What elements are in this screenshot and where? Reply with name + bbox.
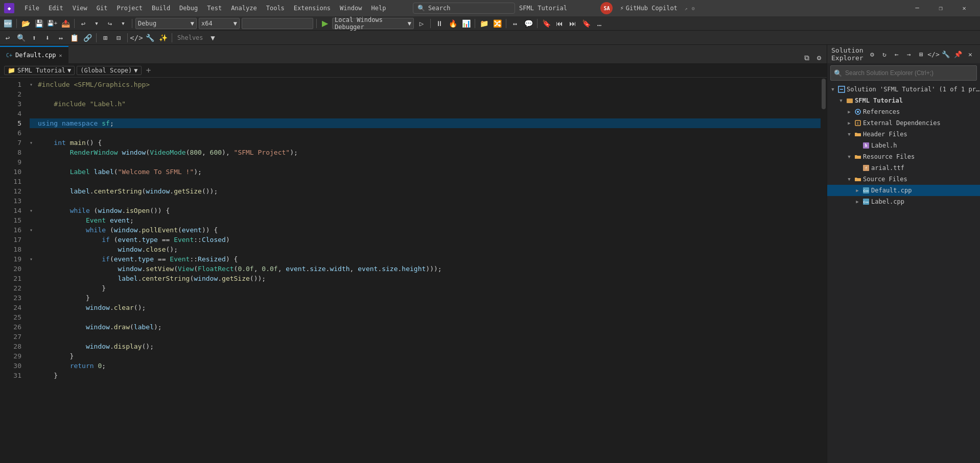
user-avatar[interactable]: SA <box>600 2 613 14</box>
code-line[interactable] <box>30 128 821 138</box>
open-btn[interactable]: 📂 <box>20 18 31 29</box>
bookmark-nav1[interactable]: ⏮ <box>554 18 565 29</box>
code-line[interactable]: } <box>30 371 821 380</box>
search-box[interactable]: 🔍 Search <box>413 3 515 14</box>
tree-item-default-cpp[interactable]: ▶C++Default.cpp <box>827 185 980 196</box>
code-line[interactable]: window.setView(View(FloatRect(0.0f, 0.0f… <box>30 264 821 274</box>
menu-tools[interactable]: Tools <box>262 3 289 14</box>
code-line[interactable] <box>30 177 821 186</box>
editor-settings-btn[interactable]: ⚙ <box>813 52 825 63</box>
solution-explorer-search-input[interactable] <box>845 69 973 77</box>
code-line[interactable]: ▾ int main() { <box>30 138 821 148</box>
tree-arrow-icon[interactable]: ▼ <box>837 98 845 103</box>
undo-btn[interactable]: ↩ <box>78 18 89 29</box>
code-line[interactable]: window.close(); <box>30 245 821 254</box>
tree-arrow-icon[interactable]: ▼ <box>846 177 853 182</box>
se-wrench-btn[interactable]: 🔧 <box>940 48 951 60</box>
github-copilot-button[interactable]: ⚡ GitHub Copilot <box>617 4 680 13</box>
menu-edit[interactable]: Edit <box>44 3 67 14</box>
run-without-debug-btn[interactable]: ▷ <box>416 18 427 29</box>
redo-dropdown-btn[interactable]: ▼ <box>118 18 129 29</box>
tree-arrow-icon[interactable]: ▶ <box>846 109 853 114</box>
se-back-btn[interactable]: ← <box>891 48 902 60</box>
bookmark-nav2[interactable]: ⏭ <box>567 18 578 29</box>
collapse-arrow-icon[interactable]: ▾ <box>30 206 38 215</box>
se-forward-btn[interactable]: → <box>903 48 915 60</box>
undo-dropdown-btn[interactable]: ▼ <box>91 18 102 29</box>
save-all-btn[interactable]: 💾+ <box>46 18 58 29</box>
tb2-snippet-btn[interactable]: ✨ <box>157 32 169 43</box>
se-properties-btn[interactable]: ⚙ <box>867 48 878 60</box>
tree-item-label-cpp[interactable]: ▶C++Label.cpp <box>827 196 980 207</box>
breadcrumb-scope-dropdown[interactable]: (Global Scope) ▼ <box>77 66 141 75</box>
save-btn[interactable]: 💾 <box>33 18 44 29</box>
tb2-btn2[interactable]: 🔍 <box>15 32 27 43</box>
indent-btn[interactable]: ↔ <box>509 18 521 29</box>
startup-item-dropdown[interactable] <box>242 18 313 29</box>
code-line[interactable]: } <box>30 283 821 293</box>
tree-item-label-h[interactable]: hLabel.h <box>827 140 980 151</box>
tb2-btn3[interactable]: ⬆ <box>29 32 40 43</box>
code-line[interactable]: ▾#include <SFML/Graphics.hpp> <box>30 80 821 89</box>
code-line[interactable]: window.draw(label); <box>30 322 821 332</box>
se-filter-btn[interactable]: ⊞ <box>916 48 927 60</box>
code-line[interactable]: #include "Label.h" <box>30 99 821 109</box>
menu-test[interactable]: Test <box>203 3 226 14</box>
minimize-button[interactable]: ─ <box>905 0 929 16</box>
redo-btn[interactable]: ↪ <box>104 18 115 29</box>
tree-item-resource-files[interactable]: ▼Resource Files <box>827 151 980 162</box>
se-pin-btn[interactable]: 📌 <box>952 48 964 60</box>
code-line[interactable] <box>30 196 821 206</box>
copilot-settings-icon[interactable]: ⚙ <box>692 6 695 11</box>
tree-item-references[interactable]: ▶References <box>827 106 980 117</box>
scrollbar-vertical[interactable] <box>821 78 827 463</box>
shelves-label[interactable]: Shelves <box>175 34 205 41</box>
code-line[interactable]: ▾ while (window.isOpen()) { <box>30 206 821 215</box>
bookmark-btn[interactable]: 🔖 <box>541 18 552 29</box>
code-line[interactable]: } <box>30 351 821 361</box>
publish-btn[interactable]: 📤 <box>60 18 71 29</box>
debugger-dropdown[interactable]: Local Windows Debugger ▼ <box>332 18 414 29</box>
code-line[interactable]: Event event; <box>30 215 821 225</box>
tree-arrow-icon[interactable]: ▼ <box>829 87 836 92</box>
debug-config-dropdown[interactable]: Debug ▼ <box>135 18 197 29</box>
menu-window[interactable]: Window <box>336 3 366 14</box>
attach-btn[interactable]: ⏸ <box>434 18 445 29</box>
code-line[interactable]: Label label("Welcome To SFML !"); <box>30 167 821 177</box>
tb2-btn5[interactable]: ↔ <box>55 32 66 43</box>
tb2-btn7[interactable]: 🔗 <box>82 32 93 43</box>
code-line[interactable]: window.clear(); <box>30 303 821 312</box>
restore-button[interactable]: ❐ <box>929 0 952 16</box>
collapse-arrow-icon[interactable]: ▾ <box>30 80 38 89</box>
se-collapse-btn[interactable]: ✕ <box>965 48 976 60</box>
bookmark-more[interactable]: … <box>594 18 605 29</box>
solution-explorer-btn[interactable]: 📁 <box>478 18 489 29</box>
tree-item-solution--sfml-tutorial---1-of-1-project-[interactable]: ▼Solution 'SFML Tutorial' (1 of 1 projec… <box>827 84 980 95</box>
performance-btn[interactable]: 📊 <box>460 18 472 29</box>
tb2-btn6[interactable]: 📋 <box>68 32 80 43</box>
git-btn[interactable]: 🔀 <box>492 18 503 29</box>
code-line[interactable] <box>30 332 821 342</box>
code-line[interactable] <box>30 312 821 322</box>
tree-item-header-files[interactable]: ▼Header Files <box>827 129 980 140</box>
breadcrumb-add-btn[interactable]: + <box>144 65 154 76</box>
code-line[interactable]: label.centerString(window.getSize()); <box>30 186 821 196</box>
tab-close-icon[interactable]: ✕ <box>59 53 62 58</box>
menu-debug[interactable]: Debug <box>175 3 202 14</box>
menu-build[interactable]: Build <box>148 3 174 14</box>
se-toggle-view-btn[interactable]: </> <box>928 48 939 60</box>
code-content[interactable]: ▾#include <SFML/Graphics.hpp> #include "… <box>26 78 821 463</box>
tree-arrow-icon[interactable]: ▶ <box>846 120 853 126</box>
comment-btn[interactable]: 💬 <box>523 18 534 29</box>
code-line[interactable] <box>30 89 821 99</box>
tree-arrow-icon[interactable]: ▶ <box>854 199 861 204</box>
editor-tab-default-cpp[interactable]: C+ Default.cpp ✕ <box>0 46 68 63</box>
editor-split-btn[interactable]: ⧉ <box>801 52 812 63</box>
code-line[interactable]: if (event.type == Event::Closed) <box>30 235 821 245</box>
code-line[interactable]: RenderWindow window(VideoMode(800, 600),… <box>30 148 821 157</box>
close-button[interactable]: ✕ <box>952 0 976 16</box>
code-line[interactable]: } <box>30 293 821 303</box>
menu-project[interactable]: Project <box>112 3 147 14</box>
tb2-refactor-btn[interactable]: 🔧 <box>144 32 155 43</box>
hot-reload-btn[interactable]: 🔥 <box>447 18 458 29</box>
